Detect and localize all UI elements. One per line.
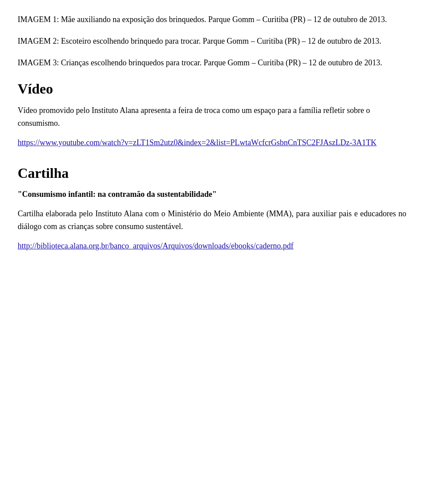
image-3-label: IMAGEM 3: [18,58,59,67]
cartilha-quote-paragraph: "Consumismo infantil: na contramão da su… [18,188,406,201]
image-1-location: Parque Gomm – Curitiba (PR) – 12 de outu… [208,15,386,24]
video-description: Vídeo promovido pelo Instituto Alana apr… [18,104,406,130]
cartilha-heading: Cartilha [18,162,406,184]
image-caption-3: IMAGEM 3: Crianças escolhendo brinquedos… [18,56,406,69]
image-1-text: IMAGEM 1: Mãe auxiliando na exposição do… [18,13,406,26]
image-3-text: IMAGEM 3: Crianças escolhendo brinquedos… [18,56,406,69]
video-heading: Vídeo [18,78,406,100]
image-2-label: IMAGEM 2: [18,37,59,45]
image-2-text: IMAGEM 2: Escoteiro escolhendo brinquedo… [18,35,406,48]
image-3-location: Parque Gomm – Curitiba (PR) – 12 de outu… [204,58,382,67]
image-3-description: Crianças escolhendo brinquedos para troc… [61,58,201,67]
cartilha-link-paragraph: http://biblioteca.alana.org.br/banco_arq… [18,240,406,253]
cartilha-section: Cartilha "Consumismo infantil: na contra… [18,162,406,253]
video-link[interactable]: https://www.youtube.com/watch?v=zLT1Sm2u… [18,138,377,147]
video-link-paragraph: https://www.youtube.com/watch?v=zLT1Sm2u… [18,136,406,150]
cartilha-link[interactable]: http://biblioteca.alana.org.br/banco_arq… [18,241,294,250]
image-1-label: IMAGEM 1: [18,15,59,24]
cartilha-description: Cartilha elaborada pelo Instituto Alana … [18,207,406,233]
video-section: Vídeo Vídeo promovido pelo Instituto Ala… [18,78,406,149]
image-2-location: Parque Gomm – Curitiba (PR) – 12 de outu… [203,37,381,45]
cartilha-quote: "Consumismo infantil: na contramão da su… [18,190,217,199]
image-caption-1: IMAGEM 1: Mãe auxiliando na exposição do… [18,13,406,26]
image-caption-2: IMAGEM 2: Escoteiro escolhendo brinquedo… [18,35,406,48]
image-2-description: Escoteiro escolhendo brinquedo para troc… [61,37,201,45]
image-1-description: Mãe auxiliando na exposição dos brinqued… [61,15,206,24]
